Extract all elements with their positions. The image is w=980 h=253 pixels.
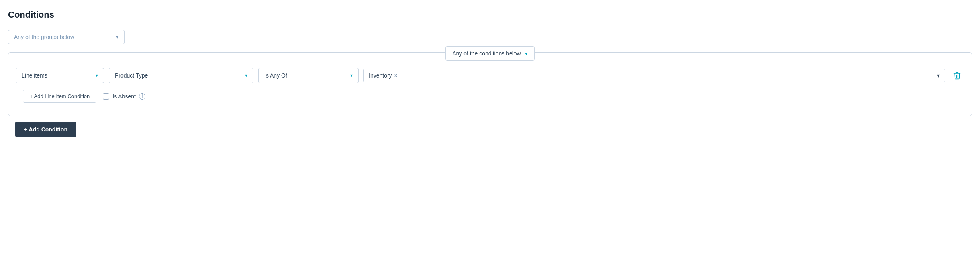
- is-absent-row: Is Absent i: [103, 93, 145, 100]
- conditions-header-chevron-icon: ▾: [525, 51, 528, 57]
- groups-dropdown-row: Any of the groups below ▾: [8, 30, 972, 44]
- is-any-of-label: Is Any Of: [264, 72, 287, 79]
- line-items-label: Line items: [22, 72, 47, 79]
- page-title: Conditions: [8, 10, 972, 20]
- inventory-tag: Inventory ×: [369, 72, 398, 79]
- is-any-of-chevron-icon: ▾: [350, 73, 353, 78]
- tag-value-dropdown[interactable]: Inventory × ▾: [363, 69, 945, 82]
- line-items-chevron-icon: ▾: [96, 73, 98, 78]
- product-type-dropdown[interactable]: Product Type ▾: [109, 68, 253, 83]
- conditions-header-row: Any of the conditions below ▾: [8, 46, 972, 61]
- tag-dropdown-chevron-icon: ▾: [937, 72, 940, 79]
- tag-pills-container: Inventory ×: [369, 72, 934, 79]
- is-absent-info-icon[interactable]: i: [139, 93, 145, 100]
- line-items-dropdown[interactable]: Line items ▾: [16, 68, 104, 83]
- inventory-tag-remove-button[interactable]: ×: [394, 73, 398, 78]
- product-type-chevron-icon: ▾: [245, 73, 247, 78]
- condition-row: Line items ▾ Product Type ▾ Is Any Of ▾ …: [8, 68, 972, 83]
- conditions-header-dropdown[interactable]: Any of the conditions below ▾: [445, 46, 534, 61]
- trash-icon: [953, 71, 961, 80]
- groups-dropdown-label: Any of the groups below: [14, 34, 74, 40]
- groups-chevron-icon: ▾: [116, 34, 118, 40]
- product-type-label: Product Type: [115, 72, 148, 79]
- groups-dropdown[interactable]: Any of the groups below ▾: [8, 30, 125, 44]
- delete-condition-button[interactable]: [950, 69, 964, 82]
- add-line-item-label: + Add Line Item Condition: [30, 93, 90, 99]
- add-condition-button[interactable]: + Add Condition: [15, 122, 76, 137]
- is-absent-label: Is Absent: [112, 93, 136, 100]
- add-condition-label: + Add Condition: [24, 126, 67, 133]
- line-item-row: + Add Line Item Condition Is Absent i: [8, 90, 972, 103]
- add-line-item-condition-button[interactable]: + Add Line Item Condition: [23, 90, 96, 103]
- is-absent-checkbox[interactable]: [103, 93, 109, 100]
- inventory-tag-label: Inventory: [369, 72, 392, 79]
- conditions-wrapper: Any of the conditions below ▾ Line items…: [8, 52, 972, 116]
- conditions-header-label: Any of the conditions below: [452, 50, 521, 57]
- is-any-of-dropdown[interactable]: Is Any Of ▾: [258, 68, 359, 83]
